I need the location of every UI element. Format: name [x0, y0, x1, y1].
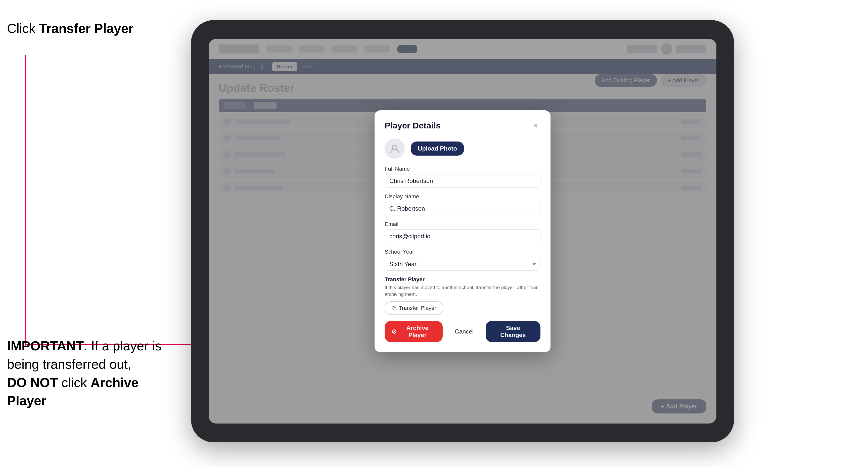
archive-player-button[interactable]: ⊘ Archive Player: [384, 321, 443, 342]
transfer-description: If this player has moved to another scho…: [384, 284, 540, 298]
email-label: Email: [384, 221, 540, 227]
display-name-group: Display Name: [384, 193, 540, 215]
cancel-button[interactable]: Cancel: [448, 324, 480, 339]
close-button[interactable]: ×: [530, 120, 540, 130]
transfer-player-button[interactable]: ⟳ Transfer Player: [384, 301, 443, 315]
modal-title: Player Details: [384, 121, 441, 130]
instruction-important: IMPORTANT: [7, 339, 84, 353]
school-year-label: School Year: [384, 249, 540, 255]
tablet-screen: Eastwood FC (10) Roster Update Roster: [209, 39, 716, 424]
modal-header: Player Details ×: [384, 120, 540, 130]
full-name-group: Full Name: [384, 166, 540, 188]
player-avatar: [384, 138, 405, 159]
player-details-modal: Player Details × Upload Photo Full N: [375, 110, 551, 352]
instruction-top: Click Transfer Player: [7, 20, 133, 37]
instruction-bottom: IMPORTANT: If a player is being transfer…: [7, 337, 178, 410]
instruction-not: NOT: [30, 375, 58, 390]
upload-photo-button[interactable]: Upload Photo: [411, 142, 464, 156]
modal-footer: ⊘ Archive Player Cancel Save Changes: [384, 321, 540, 342]
arrow-vertical: [25, 55, 26, 346]
archive-btn-label: Archive Player: [399, 324, 436, 339]
school-year-select[interactable]: First Year Second Year Third Year Fourth…: [384, 257, 540, 271]
tablet-device: Eastwood FC (10) Roster Update Roster: [191, 20, 734, 442]
school-year-group: School Year First Year Second Year Third…: [384, 249, 540, 271]
transfer-section: Transfer Player If this player has moved…: [384, 276, 540, 315]
transfer-section-label: Transfer Player: [384, 276, 540, 283]
modal-overlay: Player Details × Upload Photo Full N: [209, 39, 716, 424]
instruction-prefix: Click: [7, 21, 39, 36]
email-input[interactable]: [384, 229, 540, 243]
transfer-btn-label: Transfer Player: [399, 305, 436, 311]
instruction-rest2: click: [58, 375, 91, 390]
instruction-bold: Transfer Player: [39, 21, 133, 36]
email-group: Email: [384, 221, 540, 243]
display-name-label: Display Name: [384, 193, 540, 200]
instruction-do: DO: [7, 375, 27, 390]
full-name-input[interactable]: [384, 174, 540, 188]
transfer-icon: ⟳: [392, 305, 396, 311]
save-changes-button[interactable]: Save Changes: [486, 321, 540, 342]
archive-icon: ⊘: [392, 328, 397, 335]
photo-section: Upload Photo: [384, 138, 540, 159]
full-name-label: Full Name: [384, 166, 540, 172]
display-name-input[interactable]: [384, 202, 540, 215]
